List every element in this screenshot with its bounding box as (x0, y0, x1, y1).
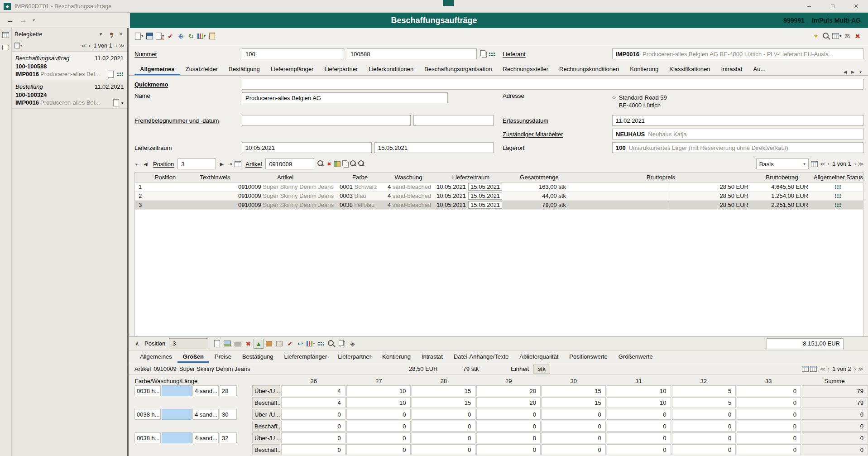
search-icon[interactable] (821, 31, 831, 41)
view-select[interactable]: Basis ▾ (756, 158, 809, 169)
save-icon[interactable] (144, 31, 154, 41)
quick-launch-icon[interactable]: ✶ (811, 31, 821, 41)
matrix-cell-size-28[interactable]: 15 (412, 385, 476, 396)
panel-close-icon[interactable]: ✕ (117, 31, 125, 38)
tab-datei-anhänge-texte[interactable]: Datei-Anhänge/Texte (448, 350, 514, 363)
matrix-cell-size-32[interactable]: 0 (672, 432, 736, 443)
chain-view-icon[interactable]: ▾ (14, 42, 22, 49)
matrix-cell-size-30[interactable]: 0 (542, 432, 606, 443)
print-icon[interactable] (233, 339, 243, 349)
matrix-cell-size-26[interactable]: 4 (281, 385, 345, 396)
pin-icon[interactable] (107, 31, 115, 38)
matrix-cell-size-26[interactable]: 0 (281, 409, 345, 420)
matrix-cell-size-31[interactable]: 0 (607, 421, 671, 432)
grid-export-icon[interactable] (801, 365, 809, 372)
tab-größenwerte[interactable]: Größenwerte (613, 350, 658, 363)
lieferant-field[interactable]: IMP0016Produceren-alles Belgien AG BE-40… (612, 48, 863, 59)
tab-rechnungssteller[interactable]: Rechnungssteller (498, 63, 554, 75)
column-header-waschung[interactable]: Waschung (384, 174, 433, 181)
forward-icon[interactable]: → (19, 16, 27, 25)
row-status-icon[interactable] (834, 183, 841, 190)
matrix-cell-size-33[interactable]: 0 (737, 385, 801, 396)
detail-relations-icon[interactable] (316, 339, 326, 349)
statistics-icon-dropdown[interactable]: ▾ (204, 34, 206, 38)
tab-beschaffungsorganisation[interactable]: Beschaffungsorganisation (419, 63, 497, 75)
note-icon[interactable] (212, 339, 222, 349)
sidebar-pager-prev-icon[interactable]: ‹ (88, 43, 90, 49)
table-view-icon-dropdown[interactable]: ▾ (839, 34, 841, 38)
matrix-cell-size-27[interactable]: 0 (346, 432, 411, 443)
tab-intrastat[interactable]: Intrastat (416, 350, 448, 363)
matrix-cell-size-31[interactable]: 0 (607, 409, 671, 420)
matrix-cell-size-32[interactable]: 0 (672, 409, 736, 420)
positions-pager-prev-icon[interactable]: ‹ (827, 161, 829, 167)
back-icon[interactable]: ← (6, 16, 14, 25)
position-row-3[interactable]: 30910009 Super Skinny Denim Jeans0038 he… (135, 201, 863, 210)
tab-ablieferqualität[interactable]: Ablieferqualität (514, 350, 564, 363)
matrix-cell-size-28[interactable]: 0 (412, 409, 476, 420)
relations-icon[interactable] (116, 71, 124, 77)
detail-position-input[interactable]: 3 (169, 338, 207, 349)
matrix-cell-size-32[interactable]: 5 (672, 385, 736, 396)
position-search-icon[interactable] (358, 161, 365, 168)
tab-größen[interactable]: Größen (177, 350, 209, 363)
position-input[interactable]: 3 (177, 158, 216, 169)
column-header-gesamtmenge[interactable]: Gesamtmenge (509, 174, 570, 181)
matrix-cell-size-27[interactable]: 0 (346, 409, 411, 420)
matrix-cell-size-31[interactable]: 0 (607, 432, 671, 443)
lagerort-field[interactable]: 100Unstrukturiertes Lager (mit Reservier… (612, 142, 863, 153)
tab-lieferpartner[interactable]: Lieferpartner (332, 350, 377, 363)
positions-pager-next-icon[interactable]: › (854, 161, 856, 167)
new-document-icon[interactable]: ▾ (134, 31, 144, 41)
matrix-cell-size-33[interactable]: 0 (737, 432, 801, 443)
detail-statistics-icon-dropdown[interactable]: ▾ (313, 341, 315, 346)
positions-pager-first-icon[interactable]: ≪ (820, 161, 826, 167)
column-header-lieferzeitraum[interactable]: Lieferzeitraum (433, 174, 509, 181)
clipboard-icon[interactable] (207, 31, 217, 41)
history-dropdown-icon[interactable]: ▾ (33, 18, 35, 23)
detail-pager-last-icon[interactable]: ≫ (858, 366, 863, 372)
carton-icon[interactable] (264, 339, 274, 349)
chain-item-bestellung[interactable]: Bestellung 11.02.2021 100-100324 IMP0016… (12, 80, 127, 109)
globe-icon[interactable]: ⊕ (176, 31, 186, 41)
matrix-cell-size-32[interactable]: 0 (672, 444, 736, 455)
column-header-bruttobetrag[interactable]: Bruttobetrag (752, 174, 812, 181)
maximize-button[interactable]: □ (821, 0, 844, 12)
matrix-cell-size-30[interactable]: 0 (542, 409, 606, 420)
matrix-cell-size-30[interactable]: 0 (542, 444, 606, 455)
column-header-texthinweis[interactable]: Texthinweis (196, 174, 235, 181)
sidebar-pager-first-icon[interactable]: ≪ (81, 43, 87, 49)
tab-lieferkonditionen[interactable]: Lieferkonditionen (363, 63, 419, 75)
tab-preise[interactable]: Preise (209, 350, 237, 363)
close-button[interactable]: ✕ (844, 0, 868, 12)
row-status-icon[interactable] (834, 202, 841, 208)
last-position-icon[interactable]: ⇥ (226, 161, 234, 168)
fremdbelegnummer-input[interactable] (242, 115, 411, 126)
delete-detail-icon[interactable]: ✖ (243, 339, 253, 349)
matrix-cell-size-26[interactable]: 0 (281, 444, 345, 455)
detail-link-icon[interactable]: ◈ (347, 339, 357, 349)
matrix-cell-size-33[interactable]: 0 (737, 409, 801, 420)
name-input[interactable]: Produceren-alles Belgien AG (242, 92, 448, 103)
export-grid-icon[interactable] (810, 161, 818, 168)
sizes-mode-icon[interactable]: ▲ (254, 339, 264, 349)
previous-position-icon[interactable]: ◀ (142, 161, 149, 168)
matrix-cell-size-29[interactable]: 0 (476, 409, 541, 420)
artikel-input[interactable]: 0910009 (265, 158, 315, 169)
matrix-cell-size-29[interactable]: 20 (476, 397, 541, 408)
tab-positionswerte[interactable]: Positionswerte (564, 350, 613, 363)
matrix-cell-size-28[interactable]: 15 (412, 397, 476, 408)
matrix-cell-size-27[interactable]: 0 (346, 444, 411, 455)
column-header-allgemeiner-status[interactable]: Allgemeiner Status (812, 174, 863, 181)
document-icon[interactable] (112, 99, 120, 106)
matrix-cell-size-28[interactable]: 0 (412, 432, 476, 443)
next-position-icon[interactable]: ▶ (218, 161, 225, 168)
tab-intrastat[interactable]: Intrastat (716, 63, 748, 75)
position-row-1[interactable]: 10910009 Super Skinny Denim Jeans0001 Sc… (135, 182, 863, 192)
column-header-farbe[interactable]: Farbe (336, 174, 384, 181)
matrix-cell-size-27[interactable]: 0 (346, 421, 411, 432)
tabs-scroll-right-icon[interactable]: ▶ (849, 68, 857, 75)
nummer-input[interactable]: 100588 (347, 48, 477, 59)
statistics-icon[interactable]: ▾ (197, 31, 206, 41)
fremdbelegdatum-input[interactable] (413, 115, 494, 126)
